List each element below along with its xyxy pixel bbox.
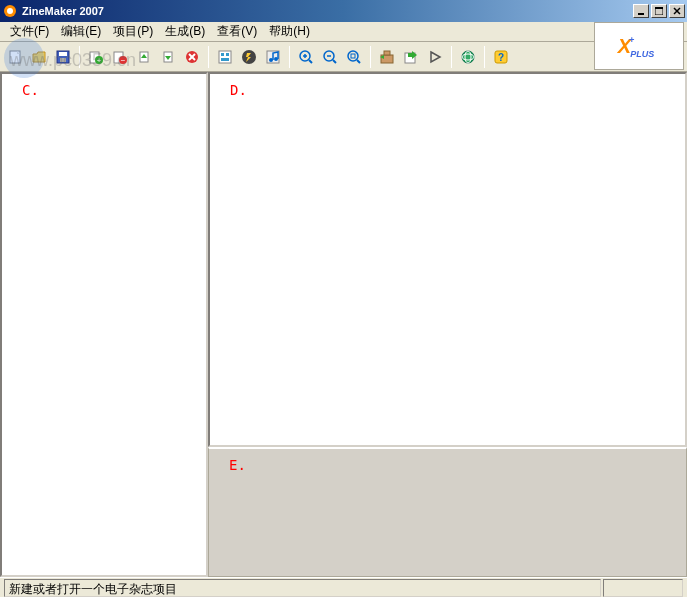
music-button[interactable] — [262, 46, 284, 68]
window-title: ZineMaker 2007 — [22, 5, 633, 17]
toolbar: + − ? B. — [0, 42, 687, 72]
svg-rect-2 — [638, 13, 644, 15]
main-area: C. D. E. — [0, 72, 687, 577]
new-button[interactable] — [4, 46, 26, 68]
svg-rect-41 — [384, 51, 390, 55]
zoom-in-button[interactable] — [295, 46, 317, 68]
statusbar: 新建或者打开一个电子杂志项目 — [0, 577, 687, 597]
svg-line-31 — [309, 60, 312, 63]
close-button[interactable] — [669, 4, 685, 18]
app-icon — [2, 3, 18, 19]
left-panel[interactable]: C. — [0, 72, 208, 577]
svg-rect-39 — [351, 54, 355, 58]
svg-point-37 — [348, 51, 358, 61]
cancel-button[interactable] — [181, 46, 203, 68]
menu-help[interactable]: 帮助(H) — [263, 21, 316, 42]
help-button[interactable]: ? — [490, 46, 512, 68]
svg-line-38 — [357, 60, 360, 63]
menubar: 文件(F) 编辑(E) 项目(P) 生成(B) 查看(V) 帮助(H) A. — [0, 22, 687, 42]
svg-text:+: + — [97, 56, 102, 65]
svg-rect-10 — [60, 58, 66, 62]
status-text: 新建或者打开一个电子杂志项目 — [4, 579, 601, 597]
properties-panel[interactable]: E. — [208, 447, 687, 577]
menu-file[interactable]: 文件(F) — [4, 21, 55, 42]
maximize-button[interactable] — [651, 4, 667, 18]
annotation-d: D. — [230, 82, 247, 98]
zoom-out-button[interactable] — [319, 46, 341, 68]
svg-point-43 — [462, 51, 474, 63]
play-button[interactable] — [424, 46, 446, 68]
minimize-button[interactable] — [633, 4, 649, 18]
logo: X+PLUS — [594, 22, 684, 70]
page-delete-button[interactable]: − — [109, 46, 131, 68]
svg-rect-4 — [655, 7, 663, 9]
page-up-button[interactable] — [133, 46, 155, 68]
template-button[interactable] — [214, 46, 236, 68]
svg-rect-24 — [226, 53, 229, 56]
svg-text:?: ? — [498, 52, 504, 63]
export-button[interactable] — [400, 46, 422, 68]
web-button[interactable] — [457, 46, 479, 68]
svg-point-1 — [7, 8, 13, 14]
svg-rect-22 — [219, 51, 231, 63]
flash-button[interactable] — [238, 46, 260, 68]
page-add-button[interactable]: + — [85, 46, 107, 68]
menu-project[interactable]: 项目(P) — [107, 21, 159, 42]
preview-panel[interactable]: D. — [208, 72, 687, 447]
svg-rect-9 — [59, 52, 67, 56]
zoom-fit-button[interactable] — [343, 46, 365, 68]
logo-plus: + — [629, 35, 634, 45]
save-button[interactable] — [52, 46, 74, 68]
annotation-e: E. — [229, 457, 246, 473]
menu-edit[interactable]: 编辑(E) — [55, 21, 107, 42]
build-button[interactable] — [376, 46, 398, 68]
window-controls — [633, 4, 685, 18]
page-down-button[interactable] — [157, 46, 179, 68]
svg-line-35 — [333, 60, 336, 63]
svg-rect-23 — [221, 53, 224, 56]
titlebar: ZineMaker 2007 — [0, 0, 687, 22]
menu-view[interactable]: 查看(V) — [211, 21, 263, 42]
menu-build[interactable]: 生成(B) — [159, 21, 211, 42]
annotation-c: C. — [22, 82, 39, 98]
right-container: D. E. — [208, 72, 687, 577]
open-button[interactable] — [28, 46, 50, 68]
svg-text:−: − — [121, 56, 126, 65]
logo-sub: PLUS — [630, 49, 654, 59]
svg-rect-25 — [221, 58, 229, 61]
status-right — [603, 579, 683, 597]
